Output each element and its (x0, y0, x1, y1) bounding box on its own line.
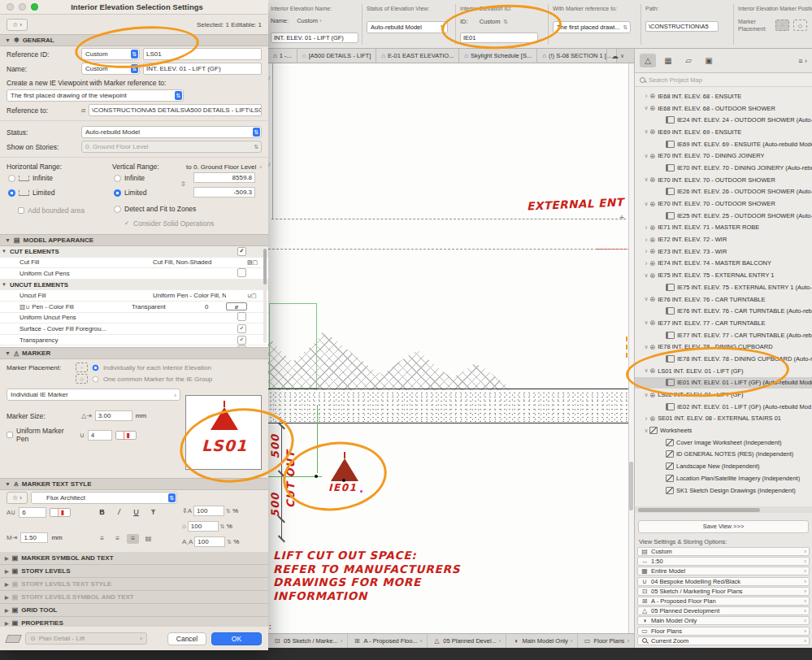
align-left-button[interactable]: ≡ (96, 534, 108, 544)
document-tab[interactable]: ⌂ E-01 EAST ELEVATIO... (376, 49, 459, 63)
appearance-row[interactable]: Pen - Color Fill Transparent 0 ø (0, 302, 268, 313)
tree-item[interactable]: LS01 INT. ELEV. 01 - LIFT (GF) (635, 365, 812, 377)
tree-item[interactable]: Cover Image Worksheet (Independent) (635, 436, 812, 449)
tree-expand-chevron[interactable] (643, 236, 649, 244)
reference-to-field[interactable]: \CONSTRUCTION\A5 DETAILS\A500 DETAILS - … (89, 104, 262, 116)
align-justify-button[interactable]: ▤ (142, 534, 154, 544)
tree-expand-chevron[interactable] (643, 153, 649, 159)
align-center-button[interactable]: ≡ (111, 534, 124, 544)
tree-item[interactable]: IE78 INT. ELEV. 78 - DINING CUPBOARD (635, 341, 812, 353)
row-checkbox[interactable] (237, 268, 247, 279)
layout-book-icon[interactable]: ▱ (680, 54, 697, 67)
tree-item[interactable]: IE72 INT. ELEV. 72 - WIR (635, 233, 812, 245)
collapsed-section-header[interactable]: ▶ ▣ STORY LEVELS (0, 565, 268, 578)
drawing-canvas[interactable]: / / + EXTERNAL ENT 500 CUT OUT 500 IE01 … (268, 63, 634, 633)
view-setting-row[interactable]: A - Proposed Floor Plan › (637, 597, 810, 606)
tree-expand-chevron[interactable] (643, 319, 649, 326)
viewpoint-reference-select[interactable]: The first placed drawing of the viewpoin… (7, 89, 184, 102)
tree-expand-chevron[interactable] (643, 272, 649, 279)
publisher-sets-icon[interactable]: ▣ (701, 54, 717, 67)
marker-pen-field[interactable]: 4 (88, 430, 112, 441)
tree-item[interactable]: ID GENERAL NOTES (RES) (Independent) (635, 449, 812, 461)
align-right-button[interactable]: ≡ (127, 534, 139, 544)
quick-option[interactable]: 05 Sketch / Marke... › (268, 634, 348, 648)
quick-option[interactable]: A - Proposed Floo... › (348, 634, 428, 648)
pen-color-swatch[interactable]: │▮ (115, 431, 137, 440)
view-setting-row[interactable]: Floor Plans › (637, 627, 810, 636)
row-override-icons[interactable] (247, 259, 265, 266)
elevation-id-field[interactable]: IE01 (460, 33, 538, 43)
transparency-button[interactable]: ø (226, 302, 247, 310)
row-checkbox[interactable] (237, 345, 247, 347)
project-map-icon[interactable]: △ (640, 54, 656, 67)
save-view-button[interactable]: Save View >>> (638, 520, 809, 533)
close-button[interactable] (7, 3, 14, 11)
appearance-row[interactable]: Uniform Cut Pens (0, 268, 268, 280)
reference-id-mode-select[interactable]: Custom ⇅ (81, 48, 140, 60)
range-bottom-field[interactable]: -509.3 (193, 187, 255, 198)
quick-option[interactable]: Floor Plans › (578, 634, 635, 648)
tree-item[interactable]: SK1 Sketch Design Drawings (Independent) (635, 484, 812, 497)
document-tab[interactable]: ⌂ (!) S-08 SECTION 1 [... (537, 49, 617, 63)
dialog-title-bar[interactable]: Interior Elevation Selection Settings (0, 0, 268, 15)
appearance-row[interactable]: Exclude View Blocking Walls (0, 345, 268, 347)
row-checkbox[interactable] (237, 336, 247, 345)
canvas-scrollbar-thumb[interactable] (629, 462, 633, 510)
search-input[interactable] (649, 76, 795, 84)
underline-button[interactable]: U (130, 507, 142, 518)
marker-size-field[interactable]: 3.00 (95, 410, 132, 421)
tree-expand-chevron[interactable] (643, 92, 649, 100)
appearance-row[interactable]: Uniform Uncut Pens (0, 313, 268, 324)
status-select[interactable]: Auto-rebuild Model ⇅ (81, 126, 262, 138)
tree-item[interactable]: IE75 INT. ELEV. 75 - EXTERNAL ENTRY 1 (A… (635, 281, 812, 293)
tree-expand-chevron[interactable] (643, 247, 649, 255)
tree-scrollbar-thumb[interactable] (638, 508, 760, 512)
document-tab[interactable]: ⌂ [A500 DETAILS - LIFT] (297, 49, 376, 63)
tree-item[interactable]: IE73 INT. ELEV. 73 - WIR (635, 245, 812, 258)
tree-expand-chevron[interactable] (643, 415, 649, 423)
document-tab[interactable]: ⌂ Skylight Schedule [S... (459, 49, 537, 63)
tree-item[interactable]: IE25 INT. ELEV. 25 - OUTDOOR SHOWER (Aut… (635, 210, 812, 222)
tree-expand-chevron[interactable] (643, 224, 649, 232)
name-field[interactable]: INT. ELEV. 01 - LIFT (GF) (143, 63, 262, 75)
table-scrollbar-thumb[interactable] (263, 249, 267, 284)
row-height-field[interactable]: 1.50 (20, 532, 48, 543)
uniform-marker-pen-checkbox[interactable] (7, 432, 13, 438)
tree-expand-chevron[interactable] (643, 296, 649, 302)
tree-item[interactable]: IE71 INT. ELEV. 71 - MASTER ROBE (635, 222, 812, 234)
tree-item[interactable]: Worksheets (635, 424, 812, 436)
tree-item[interactable]: Landscape New (Independent) (635, 460, 812, 472)
panel-menu-button[interactable]: ≡ › (798, 57, 807, 65)
row-checkbox[interactable] (237, 247, 247, 256)
tree-item[interactable]: IE68 INT. ELEV. 68 - ENSUITE (635, 90, 812, 102)
tree-item[interactable]: IE75 INT. ELEV. 75 - EXTERNAL ENTRY 1 (635, 269, 812, 281)
vertical-infinite-radio[interactable] (114, 175, 121, 182)
tree-expand-chevron[interactable] (643, 428, 649, 434)
text-style-favorites-button[interactable]: ☆ › (7, 492, 28, 504)
path-field[interactable]: \CONSTRUCTION\A5 (645, 21, 719, 32)
spacing2-field[interactable]: 100 (188, 521, 219, 532)
view-setting-row[interactable]: Custom › (637, 547, 810, 556)
cancel-button[interactable]: Cancel (167, 632, 206, 645)
tree-item[interactable]: IE01 INT. ELEV. 01 - LIFT (GF) (Auto-reb… (635, 377, 812, 389)
tab-overflow-button[interactable]: ☁ ∨ (606, 49, 628, 63)
canvas-scrollbar[interactable] (628, 63, 634, 633)
name-mode-select[interactable]: Custom (297, 17, 318, 24)
quick-option[interactable]: 05 Planned Devel... › (428, 634, 506, 648)
tree-item[interactable]: IE70 INT. ELEV. 70 - DINING JOINERY (Aut… (635, 162, 812, 174)
tree-item[interactable]: IE74 INT. ELEV. 74 - MASTER BALCONY (635, 258, 812, 270)
collapsed-section-header[interactable]: ▶ ▣ GRID TOOL (0, 604, 268, 617)
marker-placement-common-button[interactable]: ◇ (793, 20, 807, 31)
node-dot[interactable] (315, 475, 318, 478)
tree-expand-chevron[interactable] (643, 367, 649, 374)
spacing3-field[interactable]: 100 (194, 536, 225, 547)
italic-button[interactable]: / (113, 507, 125, 518)
tree-expand-chevron[interactable] (643, 259, 649, 267)
appearance-row[interactable]: Cut Fill Cut Fill, Non-Shaded (0, 258, 268, 269)
marker-type-select[interactable]: Individual IE Marker › (7, 389, 180, 401)
tree-item[interactable]: IE77 INT. ELEV. 77 - CAR TURNTABLE (Auto… (635, 329, 812, 341)
horizontal-infinite-radio[interactable] (8, 175, 15, 182)
tree-item[interactable]: IE76 INT. ELEV. 76 - CAR TURNTABLE (Auto… (635, 305, 812, 317)
ok-button[interactable]: OK (211, 632, 262, 645)
tree-item[interactable]: IE70 INT. ELEV. 70 - OUTDOOR SHOWER (635, 198, 812, 210)
